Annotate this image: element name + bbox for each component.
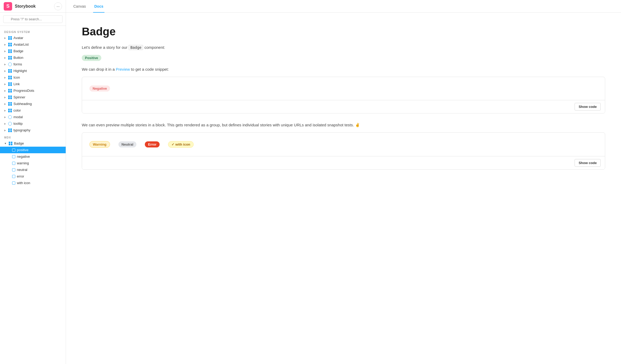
- badge-code-inline: Badge: [128, 45, 143, 50]
- sidebar-item-color[interactable]: ▶ color: [0, 107, 66, 114]
- sidebar-story-warning[interactable]: warning: [0, 160, 66, 166]
- arrow-icon: ▶: [4, 109, 6, 112]
- sidebar-item-label: color: [13, 108, 21, 112]
- preview-area-negative: Negative: [82, 77, 605, 100]
- grid-icon: [8, 82, 12, 86]
- preview-footer-negative: Show code: [82, 100, 605, 113]
- sidebar-nav: DESIGN SYSTEM ▶ Avatar ▶ AvatarList ▶ Ba…: [0, 26, 66, 364]
- grid-icon: [8, 109, 12, 112]
- circle-icon: [8, 63, 12, 66]
- story-icon: [12, 168, 15, 171]
- sidebar-item-label: tooltip: [13, 122, 23, 126]
- sidebar-item-modal[interactable]: ▶ modal: [0, 114, 66, 120]
- show-code-button-multi[interactable]: Show code: [575, 159, 601, 167]
- grid-icon: [8, 43, 12, 46]
- arrow-icon: ▶: [4, 103, 6, 105]
- preview-paragraph: We can drop it in a Preview to get a cod…: [82, 66, 605, 73]
- intro-paragraph: Let's define a story for our Badge compo…: [82, 44, 605, 51]
- grid-icon: [8, 56, 12, 60]
- grid-icon: [8, 36, 12, 40]
- sidebar-item-label: warning: [17, 161, 29, 165]
- sidebar-item-label: Badge: [13, 49, 23, 53]
- sidebar-item-progressdots[interactable]: ▶ ProgressDots: [0, 87, 66, 94]
- sidebar-item-avatar[interactable]: ▶ Avatar: [0, 35, 66, 41]
- arrow-icon: ▶: [4, 50, 6, 52]
- sidebar-item-label: with icon: [17, 181, 30, 185]
- tab-docs[interactable]: Docs: [93, 0, 104, 13]
- sidebar-item-typography[interactable]: ▶ typography: [0, 127, 66, 133]
- show-code-button-negative[interactable]: Show code: [575, 103, 601, 111]
- neutral-badge: Neutral: [118, 141, 137, 147]
- story-icon: [12, 175, 15, 178]
- search-input[interactable]: [3, 15, 63, 23]
- sidebar-item-label: positive: [17, 148, 28, 152]
- sidebar-item-label: forms: [13, 62, 22, 66]
- preview-row: Warning Neutral Error ✓ with icon: [89, 141, 598, 148]
- preview-link[interactable]: Preview: [116, 67, 130, 71]
- sidebar-item-icon[interactable]: ▶ Icon: [0, 74, 66, 81]
- circle-icon: [8, 115, 12, 119]
- search-box: 🔍: [0, 13, 66, 26]
- multi-preview-block: Warning Neutral Error ✓ with icon Show c…: [82, 132, 605, 170]
- grid-icon: [8, 95, 12, 99]
- sidebar-item-link[interactable]: ▶ Link: [0, 81, 66, 87]
- arrow-icon: ▶: [4, 63, 6, 66]
- sidebar-item-label: neutral: [17, 168, 27, 172]
- sidebar-story-with-icon[interactable]: with icon: [0, 180, 66, 186]
- warning-badge: Warning: [89, 141, 110, 148]
- story-icon: [12, 162, 15, 165]
- sidebar-story-error[interactable]: error: [0, 173, 66, 180]
- grid-icon: [8, 49, 12, 53]
- sidebar-item-subheading[interactable]: ▶ Subheading: [0, 100, 66, 107]
- negative-preview-block: Negative Show code: [82, 77, 605, 113]
- arrow-icon: ▶: [4, 96, 6, 99]
- sidebar-header: S Storybook ···: [0, 0, 66, 12]
- grid-icon: [9, 142, 12, 145]
- sidebar-item-button[interactable]: ▶ Button: [0, 54, 66, 61]
- sidebar-item-highlight[interactable]: ▶ Highlight: [0, 68, 66, 74]
- main-layout: 🔍 DESIGN SYSTEM ▶ Avatar ▶ AvatarList ▶ …: [0, 13, 621, 364]
- grid-icon: [8, 69, 12, 73]
- page-title: Badge: [82, 25, 605, 38]
- sidebar-item-label: Subheading: [13, 102, 32, 106]
- sidebar-item-label: Button: [13, 56, 23, 60]
- sidebar-item-label: typography: [13, 128, 30, 132]
- arrow-icon: ▶: [4, 70, 6, 72]
- sidebar-item-label: Badge: [14, 141, 24, 145]
- tab-canvas[interactable]: Canvas: [72, 0, 87, 13]
- arrow-icon: ▶: [4, 37, 6, 39]
- arrow-icon: ▶: [4, 89, 6, 92]
- sidebar-item-avatarlist[interactable]: ▶ AvatarList: [0, 41, 66, 48]
- sidebar-item-spinner[interactable]: ▶ Spinner: [0, 94, 66, 100]
- more-options-button[interactable]: ···: [54, 2, 62, 10]
- sidebar-item-badge[interactable]: ▶ Badge: [0, 48, 66, 54]
- sidebar-item-badge-mdx[interactable]: ▼ Badge: [0, 140, 66, 147]
- sidebar-story-neutral[interactable]: neutral: [0, 166, 66, 173]
- negative-badge: Negative: [89, 85, 110, 92]
- sidebar-item-forms[interactable]: ▶ forms: [0, 61, 66, 68]
- preview-footer-multi: Show code: [82, 156, 605, 169]
- sidebar-item-label: negative: [17, 155, 30, 159]
- mdx-label: MDX: [0, 133, 66, 140]
- grid-icon: [8, 128, 12, 132]
- grid-icon: [8, 89, 12, 93]
- sidebar-item-label: Link: [13, 82, 20, 86]
- design-system-label: DESIGN SYSTEM: [0, 28, 66, 35]
- arrow-icon: ▶: [4, 43, 6, 46]
- story-icon: [12, 149, 15, 152]
- sidebar-item-label: modal: [13, 115, 23, 119]
- main-content: Badge Let's define a story for our Badge…: [66, 13, 621, 364]
- arrow-icon: ▶: [4, 116, 6, 118]
- preview-area-multi: Warning Neutral Error ✓ with icon: [82, 133, 605, 156]
- sidebar-item-tooltip[interactable]: ▶ tooltip: [0, 120, 66, 127]
- sidebar-item-label: Highlight: [13, 69, 27, 73]
- top-bar: S Storybook ··· Canvas Docs: [0, 0, 621, 13]
- sidebar-item-label: Spinner: [13, 95, 25, 99]
- grid-icon: [8, 76, 12, 79]
- arrow-icon: ▶: [4, 83, 6, 85]
- arrow-icon: ▶: [4, 76, 6, 79]
- arrow-icon: ▶: [4, 129, 6, 132]
- grid-icon: [8, 102, 12, 106]
- sidebar-story-negative[interactable]: negative: [0, 153, 66, 160]
- sidebar-story-positive[interactable]: positive: [0, 147, 66, 153]
